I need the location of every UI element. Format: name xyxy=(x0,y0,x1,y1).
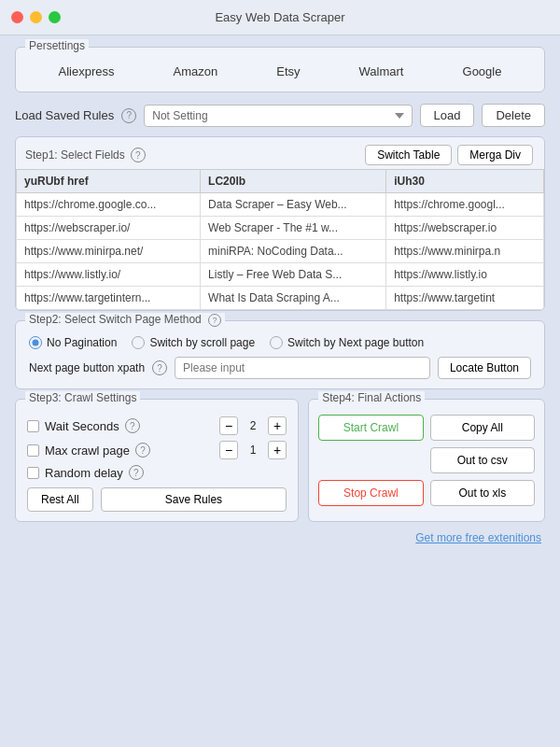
step3-4-row: Step3: Crawl Settings Wait Seconds ? − 2… xyxy=(15,399,545,522)
merga-div-button[interactable]: Merga Div xyxy=(457,145,533,165)
main-content: Persettings Aliexpress Amazon Etsy Walma… xyxy=(0,35,560,556)
table-cell: miniRPA: NoCoding Data... xyxy=(201,240,386,263)
xpath-label: Next page button xpath xyxy=(29,361,145,374)
rest-all-button[interactable]: Rest All xyxy=(27,487,93,512)
switch-table-button[interactable]: Switch Table xyxy=(365,145,452,165)
table-row: https://www.listly.io/Listly – Free Web … xyxy=(17,263,544,287)
radio-dot-1 xyxy=(132,336,145,349)
table-cell: https://www.minirpa.net/ xyxy=(17,240,201,263)
step2-help-icon[interactable]: ? xyxy=(208,314,221,327)
xpath-input[interactable] xyxy=(175,357,430,379)
maximize-button[interactable] xyxy=(49,11,61,23)
load-rules-help-icon[interactable]: ? xyxy=(121,108,136,123)
step1-box: Step1: Select Fields ? Switch Table Merg… xyxy=(15,136,545,311)
data-table: yuRUbf href LC20lb iUh30 https://chrome.… xyxy=(16,169,544,310)
radio-scroll-page[interactable]: Switch by scroll page xyxy=(132,336,255,349)
radio-no-pagination[interactable]: No Pagination xyxy=(29,336,117,349)
max-crawl-checkbox[interactable] xyxy=(27,444,39,457)
wait-seconds-checkbox[interactable] xyxy=(27,420,39,432)
table-cell: https://www.listly.io/ xyxy=(17,263,201,287)
radio-next-page[interactable]: Switch by Next page button xyxy=(270,336,424,349)
table-row: https://www.targetintern...What Is Data … xyxy=(17,287,544,310)
table-row: https://chrome.google.co...Data Scraper … xyxy=(17,193,544,217)
max-crawl-help-icon[interactable]: ? xyxy=(135,443,150,458)
table-cell: https://chrome.googl... xyxy=(386,193,544,217)
preset-google[interactable]: Google xyxy=(455,61,510,82)
step3-label: Step3: Crawl Settings xyxy=(25,391,140,404)
wait-seconds-help-icon[interactable]: ? xyxy=(125,418,140,433)
table-cell: https://www.minirpa.n xyxy=(386,240,544,263)
wait-seconds-label: Wait Seconds xyxy=(45,419,119,433)
step4-box: Step4: Final Actions Start Crawl Copy Al… xyxy=(308,399,545,522)
col-header-0: yuRUbf href xyxy=(17,170,201,193)
table-row: https://www.minirpa.net/miniRPA: NoCodin… xyxy=(17,240,544,263)
table-cell: https://webscraper.io/ xyxy=(17,217,201,240)
save-rules-button[interactable]: Save Rules xyxy=(101,487,287,512)
table-cell: Data Scraper – Easy Web... xyxy=(201,193,386,217)
random-delay-row: Random delay ? xyxy=(27,465,287,480)
step4-grid: Start Crawl Copy All Out to csv Stop Cra… xyxy=(318,415,535,506)
table-cell: What Is Data Scraping A... xyxy=(201,287,386,310)
stop-crawl-button[interactable]: Stop Crawl xyxy=(318,480,423,506)
table-row: https://webscraper.io/Web Scraper - The … xyxy=(17,217,544,240)
xpath-help-icon[interactable]: ? xyxy=(152,360,167,375)
locate-button[interactable]: Locate Button xyxy=(438,357,531,379)
footer-link[interactable]: Get more free extenitions xyxy=(15,531,545,544)
max-crawl-label: Max crawl page xyxy=(45,444,130,458)
random-delay-checkbox[interactable] xyxy=(27,467,39,479)
max-crawl-increment[interactable]: + xyxy=(268,441,287,459)
preset-aliexpress[interactable]: Aliexpress xyxy=(51,61,122,82)
xpath-row: Next page button xpath ? Locate Button xyxy=(29,357,531,379)
radio-row: No Pagination Switch by scroll page Swit… xyxy=(29,336,531,349)
saved-rules-dropdown[interactable]: Not Setting xyxy=(144,105,412,127)
start-crawl-button[interactable]: Start Crawl xyxy=(318,415,423,441)
step1-header: Step1: Select Fields ? Switch Table Merg… xyxy=(16,137,544,169)
step1-actions: Switch Table Merga Div xyxy=(365,145,533,165)
presettings-box: Persettings Aliexpress Amazon Etsy Walma… xyxy=(15,47,545,92)
load-rules-row: Load Saved Rules ? Not Setting Load Dele… xyxy=(15,104,545,127)
data-table-wrapper: yuRUbf href LC20lb iUh30 https://chrome.… xyxy=(16,169,544,310)
preset-etsy[interactable]: Etsy xyxy=(269,61,307,82)
random-delay-help-icon[interactable]: ? xyxy=(129,465,144,480)
out-to-csv-button[interactable]: Out to csv xyxy=(430,447,535,473)
step4-label: Step4: Final Actions xyxy=(318,391,425,404)
presettings-row: Aliexpress Amazon Etsy Walmart Google xyxy=(29,61,531,82)
wait-seconds-decrement[interactable]: − xyxy=(219,416,238,435)
max-crawl-stepper: − 1 + xyxy=(219,441,287,459)
max-crawl-decrement[interactable]: − xyxy=(219,441,238,459)
load-rules-label: Load Saved Rules xyxy=(15,108,114,122)
delete-button[interactable]: Delete xyxy=(482,104,545,127)
step3-bottom: Rest All Save Rules xyxy=(27,487,287,512)
wait-seconds-row: Wait Seconds ? − 2 + xyxy=(27,416,287,435)
radio-dot-0 xyxy=(29,336,42,349)
radio-dot-2 xyxy=(270,336,283,349)
table-cell: https://webscraper.io xyxy=(386,217,544,240)
wait-seconds-stepper: − 2 + xyxy=(219,416,287,435)
load-button[interactable]: Load xyxy=(420,104,475,127)
preset-amazon[interactable]: Amazon xyxy=(166,61,226,82)
out-to-xls-button[interactable]: Out to xls xyxy=(430,480,535,506)
step1-label-row: Step1: Select Fields ? xyxy=(25,148,146,162)
table-cell: https://www.targetint xyxy=(386,287,544,310)
table-cell: https://chrome.google.co... xyxy=(17,193,201,217)
step1-help-icon[interactable]: ? xyxy=(131,148,146,162)
table-cell: Listly – Free Web Data S... xyxy=(201,263,386,287)
step2-box: Step2: Select Switch Page Method ? No Pa… xyxy=(15,320,545,389)
wait-seconds-increment[interactable]: + xyxy=(268,416,287,435)
minimize-button[interactable] xyxy=(30,11,42,23)
wait-seconds-value: 2 xyxy=(242,419,264,432)
app-title: Easy Web Data Scraper xyxy=(215,10,344,24)
col-header-2: iUh30 xyxy=(386,170,544,193)
copy-all-button[interactable]: Copy All xyxy=(430,415,535,441)
step3-box: Step3: Crawl Settings Wait Seconds ? − 2… xyxy=(15,399,299,522)
step1-label: Step1: Select Fields xyxy=(25,148,125,162)
window-controls xyxy=(11,11,61,23)
col-header-1: LC20lb xyxy=(201,170,386,193)
presettings-label: Persettings xyxy=(25,39,89,52)
table-cell: https://www.listly.io xyxy=(386,263,544,287)
table-cell: Web Scraper - The #1 w... xyxy=(201,217,386,240)
preset-walmart[interactable]: Walmart xyxy=(352,61,412,82)
table-cell: https://www.targetintern... xyxy=(17,287,201,310)
close-button[interactable] xyxy=(11,11,23,23)
titlebar: Easy Web Data Scraper xyxy=(0,0,560,35)
